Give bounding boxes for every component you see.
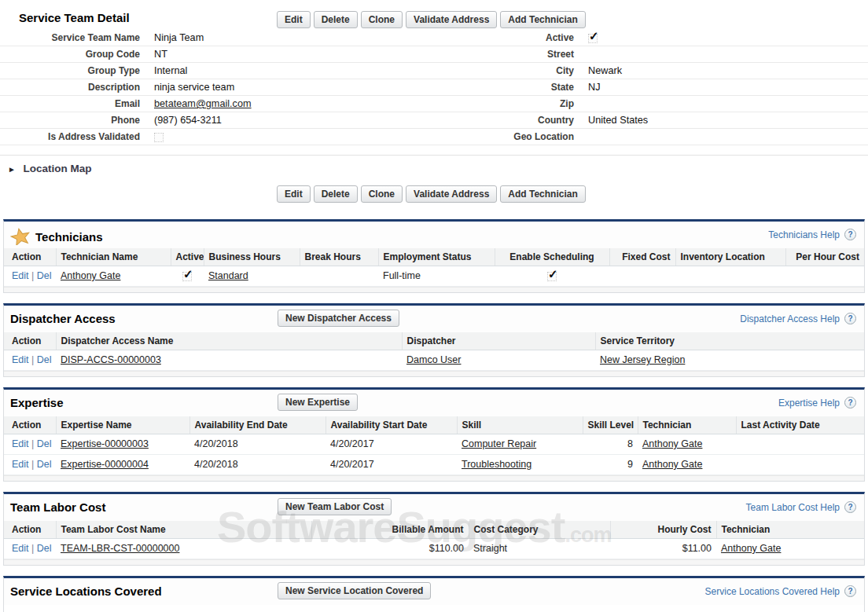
action-del-link[interactable]: Del [37, 438, 52, 449]
cell-team-labor-cost-name: TEAM-LBR-CST-00000000 [56, 539, 311, 559]
service-locations-covered-section: Service Locations CoveredNew Service Loc… [3, 576, 865, 612]
new-team-labor-cost-button[interactable]: New Team Labor Cost [278, 498, 392, 515]
column-header-action: Action [4, 248, 56, 266]
new-service-location-covered-button[interactable]: New Service Location Covered [278, 582, 431, 599]
action-del-link[interactable]: Del [37, 543, 52, 554]
new-jersey-region-link[interactable]: New Jersey Region [600, 354, 685, 365]
cell-per-hour-cost [785, 266, 864, 287]
computer-repair-link[interactable]: Computer Repair [462, 438, 536, 449]
field-row-description: Descriptionninja service team [0, 79, 434, 96]
column-header-business-hours: Business Hours [204, 248, 300, 266]
table-row: Edit | DelTEAM-LBR-CST-00000000$110.00St… [4, 539, 864, 559]
delete-button[interactable]: Delete [314, 185, 358, 203]
detail-left-column: Service Team NameNinja TeamGroup CodeNTG… [0, 30, 434, 145]
help-icon[interactable]: ? [844, 397, 856, 409]
validate-address-button[interactable]: Validate Address [406, 11, 497, 28]
disp-accs-00000003-link[interactable]: DISP-ACCS-00000003 [61, 354, 161, 365]
cell-technician-name: Anthony Gate [56, 266, 171, 287]
action-separator: | [29, 543, 37, 554]
service-team-name-value: Ninja Team [154, 32, 434, 43]
team-labor-cost-title-wrap: Team Labor Cost [10, 500, 105, 514]
star-icon [10, 228, 31, 245]
team-lbr-cst-00000000-link[interactable]: TEAM-LBR-CST-00000000 [61, 543, 179, 554]
column-header-technician-name: Technician Name [56, 248, 171, 266]
country-value: United States [588, 115, 868, 126]
expertise-title: Expertise [10, 396, 64, 409]
help-icon[interactable]: ? [844, 585, 856, 597]
troubleshooting-link[interactable]: Troubleshooting [462, 459, 531, 470]
clone-button[interactable]: Clone [361, 11, 403, 28]
action-edit-link[interactable]: Edit [12, 438, 29, 449]
table-row: Edit | DelAnthony Gate✓StandardFull-time… [4, 266, 864, 287]
location-map-toggle[interactable]: ► Location Map [0, 156, 868, 178]
standard-link[interactable]: Standard [208, 270, 248, 281]
cell-active: ✓ [171, 266, 204, 287]
expertise-footer [4, 475, 864, 481]
column-header-dispatcher: Dispatcher [402, 332, 595, 350]
dispatcher-access-title-wrap: Dispatcher Access [10, 312, 116, 325]
action-edit-link[interactable]: Edit [12, 459, 29, 470]
phone-value: (987) 654-3211 [154, 115, 434, 126]
expertise-help: Expertise Help? [778, 397, 856, 409]
technicians-footer [4, 287, 864, 292]
action-edit-link[interactable]: Edit [12, 354, 29, 365]
delete-button[interactable]: Delete [314, 11, 358, 28]
state-label: State [434, 82, 588, 93]
anthony-gate-link[interactable]: Anthony Gate [61, 270, 120, 281]
action-edit-link[interactable]: Edit [12, 543, 29, 554]
column-header-team-labor-cost-name: Team Labor Cost Name [56, 521, 311, 539]
edit-button[interactable]: Edit [277, 185, 311, 203]
email-label: Email [0, 98, 154, 109]
dispatcher-access-footer [4, 371, 864, 376]
service-locations-covered-help-link[interactable]: Service Locations Covered Help [705, 586, 840, 597]
action-edit-link[interactable]: Edit [12, 270, 29, 281]
location-map-label: Location Map [23, 163, 91, 174]
cell-enable-scheduling: ✓ [495, 266, 609, 287]
check-icon: ✓ [589, 30, 599, 42]
expertise-header: ExpertiseNew ExpertiseExpertise Help? [4, 390, 864, 416]
expertise-help-link[interactable]: Expertise Help [778, 398, 840, 409]
cell-action: Edit | Del [4, 266, 56, 287]
email-link[interactable]: betateam@gmail.com [154, 98, 252, 109]
technicians-header-row: ActionTechnician NameActiveBusiness Hour… [4, 248, 864, 266]
help-icon[interactable]: ? [844, 313, 856, 324]
new-expertise-button[interactable]: New Expertise [278, 394, 358, 411]
clone-button[interactable]: Clone [361, 185, 403, 203]
column-header-enable-scheduling: Enable Scheduling [495, 248, 609, 266]
damco-user-link[interactable]: Damco User [406, 354, 461, 365]
cell-expertise-name: Expertise-00000004 [56, 455, 189, 475]
cell-availability-end-date: 4/20/2018 [189, 455, 326, 475]
team-labor-cost-help: Team Labor Cost Help? [746, 501, 856, 513]
field-row-state: StateNJ [434, 79, 868, 96]
cell-last-activity-date [736, 434, 864, 455]
action-del-link[interactable]: Del [37, 354, 52, 365]
technicians-help-link[interactable]: Technicians Help [768, 229, 840, 240]
action-del-link[interactable]: Del [37, 270, 52, 281]
group-type-label: Group Type [0, 65, 154, 76]
team-labor-cost-header: Team Labor CostNew Team Labor CostTeam L… [4, 494, 864, 521]
anthony-gate-link[interactable]: Anthony Gate [721, 543, 781, 554]
column-header-expertise-name: Expertise Name [56, 416, 189, 434]
service-locations-covered-header: Service Locations CoveredNew Service Loc… [4, 578, 864, 605]
cell-availability-start-date: 4/20/2017 [326, 455, 457, 475]
add-technician-button[interactable]: Add Technician [500, 11, 585, 28]
dispatcher-access-help-link[interactable]: Dispatcher Access Help [740, 313, 840, 324]
anthony-gate-link[interactable]: Anthony Gate [642, 459, 702, 470]
validate-address-button[interactable]: Validate Address [406, 185, 497, 203]
add-technician-button[interactable]: Add Technician [500, 185, 585, 203]
help-icon[interactable]: ? [844, 501, 856, 513]
edit-button[interactable]: Edit [277, 11, 311, 28]
field-row-group-code: Group CodeNT [0, 46, 434, 63]
action-del-link[interactable]: Del [37, 459, 52, 470]
expertise-00000003-link[interactable]: Expertise-00000003 [61, 438, 149, 449]
service-locations-covered-title: Service Locations Covered [10, 585, 162, 598]
anthony-gate-link[interactable]: Anthony Gate [642, 438, 702, 449]
checkbox-checked-icon: ✓ [182, 272, 192, 281]
cell-dispatcher: Damco User [402, 350, 595, 371]
column-header-dispatcher-access-name: Dispatcher Access Name [56, 332, 402, 350]
help-icon[interactable]: ? [844, 229, 856, 240]
new-dispatcher-access-button[interactable]: New Dispatcher Access [278, 310, 399, 327]
team-labor-cost-help-link[interactable]: Team Labor Cost Help [746, 502, 840, 513]
expertise-00000004-link[interactable]: Expertise-00000004 [61, 459, 149, 470]
column-header-fixed-cost: Fixed Cost [609, 248, 675, 266]
